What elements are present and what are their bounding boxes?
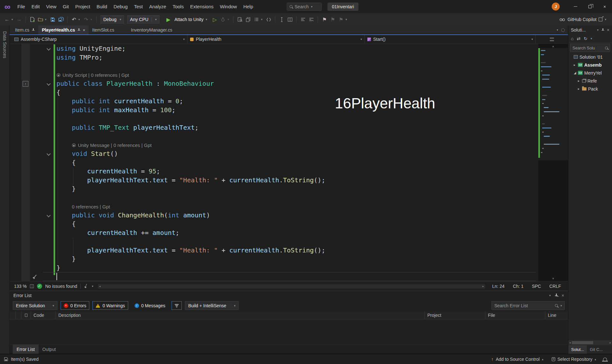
expander-icon[interactable]: ▸ bbox=[574, 63, 578, 67]
toggle-bookmark-button[interactable]: ⚑ bbox=[321, 15, 328, 24]
github-copilot-button[interactable]: GitHub Copilot ▾ bbox=[559, 17, 609, 22]
minimize-button[interactable] bbox=[568, 0, 583, 13]
undo-dropdown-icon[interactable]: ▾ bbox=[78, 18, 82, 21]
zoom-level-dropdown[interactable]: 133 % bbox=[14, 284, 27, 289]
column-header-description[interactable]: Description bbox=[55, 311, 424, 319]
redo-button[interactable]: ↷ bbox=[82, 15, 90, 24]
code-line[interactable]: { bbox=[56, 158, 76, 167]
column-header-project[interactable]: Project bbox=[424, 311, 485, 319]
menu-extensions[interactable]: Extensions bbox=[187, 0, 217, 13]
fold-chevron-icon[interactable] bbox=[47, 47, 51, 51]
tab-playerhealth-cs[interactable]: PlayerHealth.cs× bbox=[38, 25, 89, 34]
solution-name-badge[interactable]: 01Inventari bbox=[328, 3, 358, 11]
severity-column-header[interactable] bbox=[21, 311, 31, 319]
scope-filter-dropdown[interactable]: Entire Solution▾ bbox=[13, 301, 57, 310]
menu-file[interactable]: File bbox=[14, 0, 28, 13]
menu-view[interactable]: View bbox=[43, 0, 60, 13]
member-dropdown[interactable]: Start() ▾ bbox=[365, 35, 536, 43]
menu-debug[interactable]: Debug bbox=[110, 0, 131, 13]
error-list-body[interactable] bbox=[10, 319, 568, 344]
menu-window[interactable]: Window bbox=[217, 0, 240, 13]
health-indicator-icon[interactable]: ✓ bbox=[37, 284, 42, 289]
panel-tab-git-c[interactable]: Git C... bbox=[587, 345, 605, 354]
tree-item-merryyel[interactable]: ◢C#MerryYel bbox=[568, 69, 612, 77]
window-position-dropdown-icon[interactable]: ▾ bbox=[597, 28, 599, 32]
global-search-box[interactable]: Search ▾ bbox=[287, 3, 322, 11]
code-line[interactable]: currentHealth = 95; bbox=[56, 167, 160, 176]
error-list-search-box[interactable]: Search Error List ▾ bbox=[491, 301, 565, 310]
navigate-forward-button[interactable]: → bbox=[15, 15, 23, 24]
column-header-file[interactable]: File bbox=[485, 311, 545, 319]
fold-chevron-icon[interactable] bbox=[47, 82, 51, 86]
hot-reload-button[interactable] bbox=[219, 15, 227, 24]
scroll-right-icon[interactable]: ▸ bbox=[481, 285, 485, 288]
add-to-source-control-button[interactable]: ↑ Add to Source Control ▴ bbox=[489, 357, 546, 362]
close-icon[interactable]: × bbox=[562, 293, 564, 298]
code-line[interactable]: using TMPro; bbox=[56, 53, 103, 62]
solution-platform-dropdown[interactable]: Any CPU▾ bbox=[127, 15, 159, 24]
horizontal-scrollbar[interactable]: ◂ ▸ bbox=[98, 284, 485, 288]
scroll-right-icon[interactable]: ▸ bbox=[608, 341, 612, 344]
navigate-to-cursor-button[interactable] bbox=[278, 15, 285, 24]
menu-tools[interactable]: Tools bbox=[169, 0, 187, 13]
code-line[interactable]: currentHealth += amount; bbox=[56, 229, 179, 237]
tab-inventorymanager-cs[interactable]: InventoryManager.cs bbox=[127, 25, 176, 34]
solution-explorer-search-box[interactable]: Search Solu bbox=[570, 44, 610, 52]
menu-analyze[interactable]: Analyze bbox=[146, 0, 169, 13]
code-line[interactable]: public void ChangeHealth(int amount) bbox=[56, 211, 210, 220]
issues-status[interactable]: No issues found bbox=[45, 284, 77, 289]
code-line[interactable]: { bbox=[56, 88, 60, 97]
notifications-bell-icon[interactable] bbox=[603, 358, 607, 361]
start-without-debugging-button[interactable]: ▷ bbox=[211, 15, 218, 24]
code-line[interactable]: } bbox=[56, 255, 76, 264]
data-sources-tab[interactable]: Data Sources bbox=[2, 31, 7, 58]
peek-definition-button[interactable] bbox=[286, 15, 294, 24]
source-filter-dropdown[interactable]: Build + IntelliSense▾ bbox=[185, 301, 239, 310]
menu-project[interactable]: Project bbox=[72, 0, 93, 13]
tab-itemslot-cs[interactable]: ItemSlot.cs bbox=[89, 25, 118, 34]
margin-glyph-icon[interactable]: ↑ bbox=[23, 81, 28, 87]
code-line[interactable]: public TMP_Text playerHealthText; bbox=[56, 123, 199, 132]
code-line[interactable]: public int maxHealth = 100; bbox=[56, 106, 175, 115]
minimap-scrollbar[interactable]: ▲ ▼ bbox=[538, 44, 568, 281]
redo-dropdown-icon[interactable]: ▾ bbox=[91, 18, 94, 21]
column-header-line[interactable]: Line bbox=[545, 311, 568, 319]
code-line[interactable]: void Start() bbox=[56, 149, 118, 158]
line-indicator[interactable]: Ln: 24 bbox=[490, 284, 507, 289]
code-line[interactable]: public class PlayerHealth : MonoBehaviou… bbox=[56, 79, 214, 88]
tree-item-assemb[interactable]: ▸C#Assemb bbox=[568, 61, 612, 69]
menu-test[interactable]: Test bbox=[131, 0, 146, 13]
window-position-dropdown-icon[interactable]: ▾ bbox=[549, 294, 551, 297]
code-line[interactable]: public int currentHealth = 0; bbox=[56, 97, 183, 106]
chevron-down-icon[interactable]: ▾ bbox=[591, 37, 592, 40]
scroll-left-icon[interactable]: ◂ bbox=[98, 285, 102, 288]
solution-configuration-dropdown[interactable]: Debug▾ bbox=[100, 15, 124, 24]
account-avatar[interactable]: J bbox=[552, 3, 560, 11]
scrollbar-thumb[interactable] bbox=[572, 341, 593, 344]
select-repository-button[interactable]: Select Repository ▴ bbox=[549, 357, 599, 362]
whitespace-indicator[interactable]: SPC bbox=[529, 284, 544, 289]
home-icon[interactable]: ⌂ bbox=[571, 36, 573, 41]
save-button[interactable] bbox=[49, 15, 56, 24]
task-list-button[interactable] bbox=[253, 15, 260, 24]
cleanup-dropdown-icon[interactable]: ▾ bbox=[92, 285, 93, 288]
messages-toggle-button[interactable]: i0 Messages bbox=[131, 301, 168, 310]
tab-item-cs[interactable]: Item.cs bbox=[11, 25, 38, 34]
column-indicator[interactable]: Ch: 1 bbox=[510, 284, 526, 289]
pin-icon[interactable] bbox=[32, 28, 35, 32]
close-icon[interactable]: × bbox=[607, 27, 609, 33]
pin-icon[interactable] bbox=[601, 28, 604, 32]
restore-button[interactable] bbox=[583, 0, 597, 13]
fold-chevron-icon[interactable] bbox=[47, 213, 51, 217]
fold-chevron-icon[interactable] bbox=[47, 152, 51, 156]
close-icon[interactable]: × bbox=[83, 28, 85, 33]
quick-actions-icon[interactable] bbox=[33, 274, 37, 279]
undo-button[interactable]: ↶ bbox=[70, 15, 78, 24]
hot-reload-dropdown-icon[interactable]: ▾ bbox=[227, 18, 231, 21]
column-header-code[interactable]: Code bbox=[31, 311, 55, 319]
toolbar-options-dropdown-icon[interactable]: ▾ bbox=[345, 18, 349, 21]
project-dropdown[interactable]: Assembly-CSharp ▾ bbox=[12, 35, 188, 43]
tab-options-gear-icon[interactable] bbox=[561, 28, 565, 32]
previous-bookmark-button[interactable]: ⚑ bbox=[329, 15, 336, 24]
expander-icon[interactable]: ◢ bbox=[574, 71, 578, 75]
